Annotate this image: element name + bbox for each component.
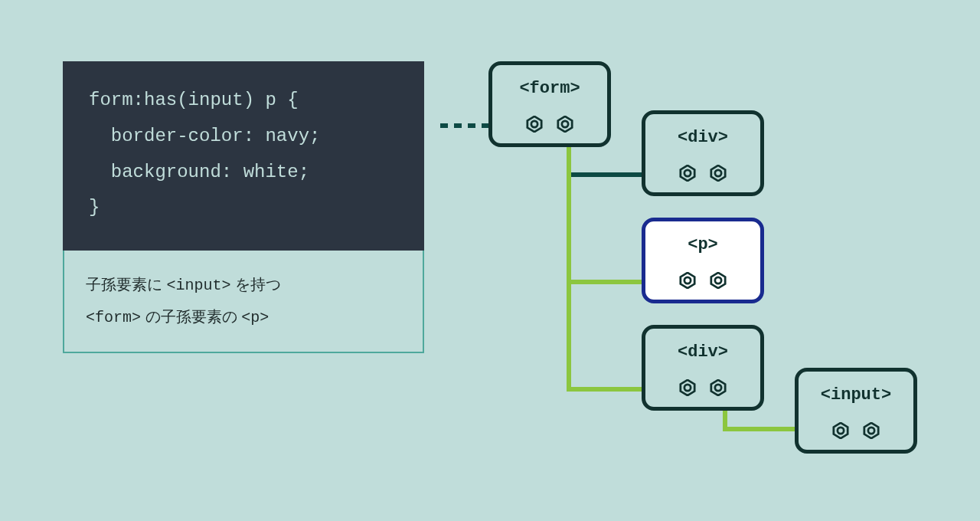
- svg-marker-15: [711, 380, 725, 395]
- node-form-label: <form>: [519, 79, 580, 98]
- svg-point-10: [684, 277, 691, 283]
- node-ports: [645, 272, 760, 289]
- port-icon: [710, 165, 727, 182]
- port-icon: [679, 272, 696, 289]
- port-icon: [710, 272, 727, 289]
- node-p-label: <p>: [688, 235, 718, 254]
- node-p: <p>: [642, 218, 764, 303]
- svg-marker-19: [864, 423, 878, 438]
- svg-point-16: [715, 385, 721, 391]
- diagram: <form> <div> <p> <div> <input>: [0, 0, 980, 521]
- svg-marker-3: [558, 116, 572, 132]
- node-div-2: <div>: [642, 325, 764, 411]
- node-input: <input>: [795, 368, 917, 454]
- svg-point-14: [684, 385, 691, 391]
- port-icon: [557, 116, 573, 133]
- node-ports: [645, 165, 760, 182]
- port-icon: [679, 379, 696, 396]
- port-icon: [679, 165, 696, 182]
- node-div-2-label: <div>: [678, 342, 728, 362]
- port-icon: [526, 116, 543, 133]
- svg-point-18: [838, 428, 844, 434]
- node-input-label: <input>: [821, 385, 891, 405]
- svg-point-4: [562, 121, 568, 127]
- svg-marker-11: [711, 273, 725, 288]
- node-ports: [799, 422, 913, 439]
- svg-point-8: [715, 170, 721, 176]
- node-div-1-label: <div>: [678, 128, 728, 147]
- node-ports: [645, 379, 760, 396]
- port-icon: [832, 422, 849, 439]
- svg-point-12: [715, 277, 721, 283]
- svg-marker-13: [681, 380, 694, 395]
- svg-marker-9: [681, 273, 694, 288]
- svg-marker-5: [681, 165, 694, 181]
- node-div-1: <div>: [642, 110, 764, 196]
- svg-marker-7: [711, 165, 725, 181]
- svg-point-6: [684, 170, 691, 176]
- svg-marker-17: [834, 423, 848, 438]
- node-ports: [492, 116, 607, 133]
- svg-point-2: [531, 121, 537, 127]
- svg-point-20: [868, 428, 874, 434]
- port-icon: [710, 379, 727, 396]
- node-form: <form>: [488, 61, 611, 147]
- port-icon: [863, 422, 880, 439]
- svg-marker-1: [528, 116, 541, 132]
